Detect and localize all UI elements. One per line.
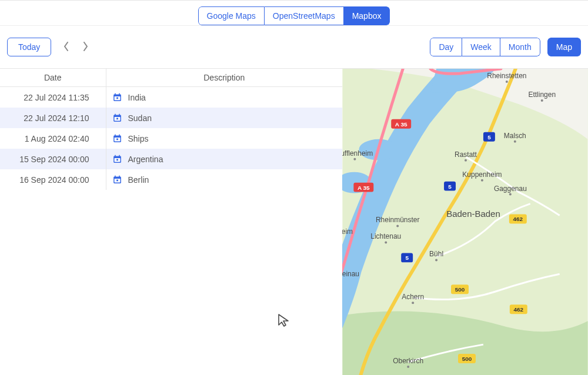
table-row[interactable]: 22 Jul 2024 12:10 Sudan <box>0 108 342 128</box>
cell-description-text: Argentina <box>128 155 163 164</box>
cell-date: 22 Jul 2024 12:10 <box>0 108 106 128</box>
cell-date: 16 Sep 2024 00:00 <box>0 169 106 190</box>
date-nav <box>58 39 93 55</box>
svg-text:462: 462 <box>513 216 523 223</box>
svg-point-52 <box>396 225 399 227</box>
svg-rect-16 <box>115 155 115 157</box>
map-city-label: Gaggenau <box>494 185 527 193</box>
cell-description: Berlin <box>106 169 342 190</box>
cell-description-text: Ships <box>128 134 149 143</box>
svg-rect-21 <box>115 175 115 178</box>
svg-point-57 <box>353 158 356 160</box>
table-row[interactable]: 1 Aug 2024 02:40 Ships <box>0 128 342 149</box>
svg-text:500: 500 <box>455 286 465 293</box>
map-city-label: Bühl <box>429 250 443 258</box>
cell-description: Sudan <box>106 108 342 128</box>
column-header-date[interactable]: Date <box>0 69 106 87</box>
svg-rect-19 <box>116 159 118 161</box>
calendar-icon <box>112 175 122 185</box>
svg-point-47 <box>541 99 543 102</box>
svg-rect-11 <box>115 134 115 136</box>
highway-shield: 462 <box>509 215 527 224</box>
svg-text:500: 500 <box>462 356 472 362</box>
highway-shield: 500 <box>451 284 469 294</box>
map-city-label: Kuppenheim <box>462 170 502 179</box>
chevron-left-icon <box>64 42 69 53</box>
svg-rect-24 <box>116 180 118 182</box>
map-city-label: einau <box>342 270 359 278</box>
next-button[interactable] <box>77 39 93 55</box>
view-map[interactable]: Map <box>547 38 581 56</box>
tab-mapbox[interactable]: Mapbox <box>344 6 390 25</box>
svg-text:5: 5 <box>405 255 409 261</box>
view-week[interactable]: Week <box>462 38 500 56</box>
cell-description-text: Sudan <box>128 113 152 123</box>
svg-text:A 35: A 35 <box>358 185 370 191</box>
map-provider-tabs: Google Maps OpenStreetMaps Mapbox <box>198 6 390 25</box>
svg-rect-12 <box>119 134 119 136</box>
content-area: Date Description 22 Jul 2024 11:35 India… <box>0 68 588 375</box>
calendar-icon <box>112 92 122 102</box>
chevron-right-icon <box>82 42 88 53</box>
highway-shield: A 35 <box>391 119 411 129</box>
svg-rect-14 <box>116 139 118 140</box>
svg-rect-1 <box>115 93 115 95</box>
svg-point-46 <box>506 81 508 83</box>
svg-point-53 <box>385 241 387 243</box>
svg-text:5: 5 <box>487 134 491 140</box>
svg-rect-22 <box>119 175 119 178</box>
calendar-icon <box>112 133 122 143</box>
svg-point-51 <box>509 193 512 196</box>
column-header-description[interactable]: Description <box>106 69 342 87</box>
table-row[interactable]: 16 Sep 2024 00:00 Berlin <box>0 169 342 190</box>
view-month[interactable]: Month <box>500 38 540 56</box>
svg-text:A 35: A 35 <box>395 121 407 128</box>
map-city-label: Ettlingen <box>528 91 556 99</box>
today-button[interactable]: Today <box>7 38 51 56</box>
highway-shield: 5 <box>483 132 495 142</box>
map-view[interactable]: A 35A 35555462500462500 RheinstettenEttl… <box>342 69 588 375</box>
cell-date: 1 Aug 2024 02:40 <box>0 128 106 149</box>
svg-rect-9 <box>116 118 118 120</box>
svg-rect-7 <box>119 113 119 116</box>
cell-description-text: Berlin <box>128 175 149 185</box>
toolbar-right: Day Week Month Map <box>430 38 581 56</box>
table-row[interactable]: 15 Sep 2024 00:00 Argentina <box>0 149 342 169</box>
cell-description-text: India <box>128 93 146 102</box>
map-city-label: Rastatt <box>455 150 477 159</box>
cell-date: 22 Jul 2024 11:35 <box>0 87 106 108</box>
svg-point-49 <box>465 159 467 162</box>
svg-rect-4 <box>116 98 118 99</box>
map-city-label: Baden-Baden <box>446 209 500 219</box>
top-tab-bar: Google Maps OpenStreetMaps Mapbox <box>0 0 588 26</box>
table-row[interactable]: 22 Jul 2024 11:35 India <box>0 87 342 108</box>
map-city-label: Lichtenau <box>370 232 401 240</box>
tab-google-maps[interactable]: Google Maps <box>198 6 265 25</box>
map-city-label: eim <box>342 227 353 236</box>
cell-description: India <box>106 87 342 108</box>
svg-point-56 <box>407 366 409 368</box>
map-city-label: Oberkirch <box>393 357 423 365</box>
svg-text:462: 462 <box>514 306 524 313</box>
highway-shield: 5 <box>444 182 456 191</box>
view-day[interactable]: Day <box>430 38 462 56</box>
map-city-label: oufflenheim <box>342 149 373 158</box>
svg-rect-17 <box>119 155 119 157</box>
map-city-label: Rheinmünster <box>376 216 420 225</box>
highway-shield: 500 <box>458 354 476 363</box>
highway-shield: 462 <box>510 304 527 314</box>
calendar-icon <box>112 113 122 123</box>
tab-openstreetmaps[interactable]: OpenStreetMaps <box>265 6 344 25</box>
svg-point-48 <box>514 140 516 143</box>
prev-button[interactable] <box>58 39 75 55</box>
calendar-icon <box>112 154 122 164</box>
svg-point-54 <box>435 259 437 261</box>
highway-shield: A 35 <box>353 183 373 192</box>
highway-shield: 5 <box>401 253 413 262</box>
svg-point-55 <box>412 302 414 304</box>
svg-point-50 <box>481 179 483 182</box>
map-city-label: Rheinstetten <box>487 72 526 80</box>
map-city-label: Malsch <box>504 132 526 140</box>
view-mode-map-group: Map <box>547 38 581 56</box>
svg-text:5: 5 <box>448 183 452 190</box>
